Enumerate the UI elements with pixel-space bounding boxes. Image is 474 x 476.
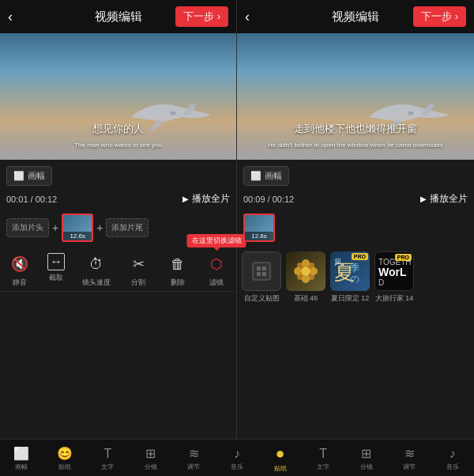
adjust-icon-left: ≋ (189, 446, 199, 461)
svg-point-15 (308, 274, 314, 280)
svg-rect-5 (257, 272, 261, 276)
left-play-all-btn[interactable]: ▶ 播放全片 (182, 192, 230, 206)
tool-split-label: 分割 (131, 278, 145, 288)
right-subtitle-en: He didn't bother to open the window when… (268, 142, 443, 149)
pro-badge-traveler: PRO (395, 254, 412, 261)
right-title: 视频编辑 (332, 9, 379, 25)
crop-icon: ↔ (47, 253, 65, 270)
left-clip-duration: 12.6s (63, 232, 92, 240)
right-header: ‹ 视频编辑 下一步 › (237, 0, 474, 33)
right-clip-thumb[interactable]: 12.6s (243, 213, 275, 242)
sticker-basic-label: 基础 46 (294, 293, 318, 304)
right-play-all-btn[interactable]: ▶ 播放全片 (420, 192, 468, 206)
split-label-right: 分镜 (360, 463, 373, 471)
delete-icon: 🗑 (167, 253, 189, 275)
nav-split-right[interactable]: ⊞ 分镜 (344, 440, 388, 476)
sticker-dot-icon: ● (276, 444, 285, 463)
nav-music-left[interactable]: ♪ 音乐 (216, 440, 259, 476)
left-time-display: 00:01 / 00:12 (6, 195, 57, 204)
play-arrow-icon: ▶ (182, 195, 189, 203)
tool-filter-label: 滤镜 (209, 278, 224, 288)
add-tail-btn[interactable]: 添加片尾 (106, 218, 149, 237)
right-subtitle-cn: 走到他楼下他也懒得推开窗 (294, 122, 417, 136)
sticker-traveler-label: 大旅行家 14 (375, 293, 414, 304)
music-icon-left: ♪ (234, 447, 240, 461)
sticker-label-right: 贴纸 (274, 464, 287, 473)
text-label-left: 文字 (101, 463, 114, 471)
adjust-icon-right: ≋ (404, 446, 415, 461)
right-next-btn[interactable]: 下一步 › (413, 6, 466, 27)
bottom-section: ⬜ 画幅 😊 贴纸 T 文字 ⊞ 分镜 ≋ 调节 ♪ 音乐 ● 贴纸 T 文字 (0, 439, 474, 476)
sticker-custom-thumb (242, 251, 281, 291)
nav-text-right[interactable]: T 文字 (302, 440, 345, 476)
svg-rect-6 (262, 272, 266, 276)
right-video-preview: 走到他楼下他也懒得推开窗 He didn't bother to open th… (237, 33, 474, 160)
sticker-summer[interactable]: PRO 夏 季 の 风 夏日限定 12 (330, 251, 370, 304)
right-aspect-badge[interactable]: ⬜ 画幅 (243, 166, 289, 186)
svg-rect-4 (262, 266, 266, 270)
nav-sticker-left[interactable]: 😊 贴纸 (43, 440, 87, 476)
left-subtitle-en: The man who wants to see you (74, 142, 162, 149)
tool-speed-label: 镜头速度 (82, 278, 111, 288)
nav-sticker-right[interactable]: ● 贴纸 (258, 440, 302, 476)
svg-rect-2 (253, 263, 270, 280)
nav-split-left[interactable]: ⊞ 分镜 (130, 440, 173, 476)
sticker-summer-thumb: PRO 夏 季 の 风 (330, 251, 370, 291)
split-grid-icon-right: ⊞ (361, 446, 371, 461)
sticker-traveler[interactable]: PRO TOGETHER WorL D 大旅行家 14 (374, 251, 414, 304)
text-icon-right: T (319, 447, 327, 461)
tool-crop[interactable]: ↔ 截取 (47, 253, 65, 288)
right-aspect-icon: ⬜ (250, 171, 261, 181)
left-back-btn[interactable]: ‹ (8, 9, 13, 25)
right-back-btn[interactable]: ‹ (245, 9, 250, 25)
left-title: 视频编辑 (95, 9, 142, 25)
left-tools-row: 🔇 静音 ↔ 截取 ⏱ 镜头速度 ✂ 分割 🗑 删除 在这里切换滤镜 ⬡ (0, 247, 236, 292)
left-aspect-badge[interactable]: ⬜ 画幅 (6, 166, 52, 186)
tool-split[interactable]: ✂ 分割 (127, 253, 149, 288)
tool-speed[interactable]: ⏱ 镜头速度 (82, 253, 111, 288)
filter-tooltip-text: 在这里切换滤镜 (187, 234, 246, 247)
nav-text-left[interactable]: T 文字 (86, 440, 130, 476)
adjust-label-left: 调节 (187, 463, 200, 471)
sticker-basic[interactable]: 基础 46 (286, 251, 325, 304)
right-panel: ‹ 视频编辑 下一步 › 走到他楼下他也懒得推开窗 He didn't both… (237, 0, 474, 439)
nav-music-right[interactable]: ♪ 音乐 (431, 440, 474, 476)
nav-canvas[interactable]: ⬜ 画幅 (0, 440, 43, 476)
nav-adjust-right[interactable]: ≋ 调节 (388, 440, 431, 476)
svg-text:季: 季 (350, 263, 359, 274)
adjust-label-right: 调节 (403, 463, 416, 471)
right-clip-duration: 12.6s (245, 232, 273, 240)
left-next-btn[interactable]: 下一步 › (175, 6, 228, 27)
split-label-left: 分镜 (145, 463, 157, 471)
music-label-right: 音乐 (446, 463, 459, 471)
left-timeline-controls: 00:01 / 00:12 ▶ 播放全片 (0, 189, 236, 209)
canvas-label: 画幅 (15, 463, 28, 471)
tool-filter[interactable]: 在这里切换滤镜 ⬡ 滤镜 (205, 253, 228, 288)
aspect-label: 画幅 (28, 170, 45, 182)
tool-delete[interactable]: 🗑 删除 (167, 253, 189, 288)
nav-adjust-left[interactable]: ≋ 调节 (172, 440, 216, 476)
right-timeline-strip: 12.6s (237, 209, 474, 247)
sticker-custom[interactable]: 自定义贴图 (242, 251, 281, 304)
sticker-traveler-thumb: PRO TOGETHER WorL D (374, 251, 414, 291)
right-aspect-label: 画幅 (265, 170, 282, 182)
right-play-arrow-icon: ▶ (420, 195, 427, 203)
sticker-summer-label: 夏日限定 12 (331, 293, 370, 304)
plus-icon-right: + (96, 221, 103, 234)
right-time-display: 00:09 / 00:12 (243, 195, 294, 204)
left-video-preview: 想见你的人 The man who wants to see you (0, 33, 236, 160)
speed-icon: ⏱ (85, 253, 107, 275)
bottom-nav: ⬜ 画幅 😊 贴纸 T 文字 ⊞ 分镜 ≋ 调节 ♪ 音乐 ● 贴纸 T 文字 (0, 439, 474, 476)
svg-text:D: D (378, 278, 384, 287)
svg-text:の: の (350, 274, 359, 285)
svg-text:WorL: WorL (378, 266, 407, 278)
sticker-label-left: 贴纸 (58, 463, 71, 471)
add-head-btn[interactable]: 添加片头 (6, 218, 49, 237)
tool-mute[interactable]: 🔇 静音 (9, 253, 31, 288)
left-header: ‹ 视频编辑 下一步 › (0, 0, 236, 33)
left-clip-thumb[interactable]: 12.6s (62, 213, 93, 242)
filter-icon: ⬡ (205, 253, 228, 275)
svg-point-1 (408, 111, 413, 115)
sticker-panel: 自定义贴图 基础 46 (237, 247, 474, 308)
pro-badge-summer: PRO (352, 253, 368, 260)
